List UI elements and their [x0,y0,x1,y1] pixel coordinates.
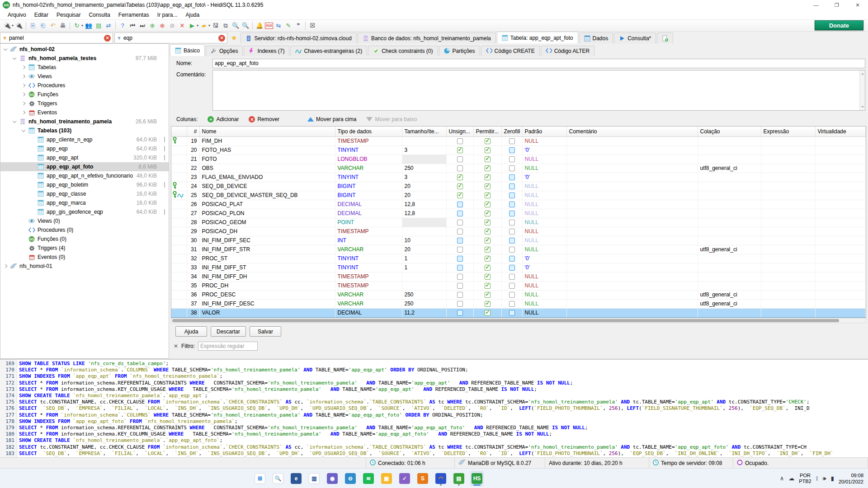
chevron-right-icon[interactable] [22,102,25,105]
column-length[interactable] [402,155,446,164]
post-record-icon[interactable]: ⊘ [168,21,177,30]
column-datatype[interactable]: BIGINT [335,182,402,191]
column-comment[interactable] [566,173,698,182]
column-default[interactable]: NULL [522,164,566,173]
column-expression[interactable] [761,299,815,308]
dropdown-arrow-icon[interactable]: ▾ [208,23,210,28]
wifi-icon[interactable]: ⟟ [816,475,818,482]
allow-null-checkbox[interactable] [485,274,491,280]
column-virtuality[interactable] [815,245,866,254]
unsigned-checkbox[interactable] [457,229,463,235]
chevron-right-icon[interactable] [22,66,25,69]
column-virtuality[interactable] [815,299,866,308]
column-collation[interactable] [698,254,761,263]
column-comment[interactable] [566,182,698,191]
column-row-flag_email_enviado[interactable]: 23FLAG_EMAIL_ENVIADOTINYINT3'0' [171,173,866,182]
column-collation[interactable] [698,155,761,164]
column-name[interactable]: INI_FIM_DIFF_STR [199,245,335,254]
column-default[interactable]: NULL [522,227,566,236]
subtab-check-constraints-0-[interactable]: Check constraints (0) [368,46,438,56]
zerofill-checkbox[interactable] [509,265,515,271]
search-icon[interactable]: 🔍 [271,471,285,486]
add-column-button[interactable]: + Adicionar [208,116,239,122]
allow-null-checkbox[interactable] [485,147,491,153]
zerofill-checkbox[interactable] [509,238,515,244]
column-name[interactable]: VALOR [199,308,335,317]
tree-item-eventos-0-[interactable]: Eventos (0) [0,253,169,262]
subtab-b-sico[interactable]: Básico [170,44,205,56]
close-filter-icon[interactable]: ✕ [174,343,178,349]
chevron-right-icon[interactable] [22,84,25,87]
column-expression[interactable] [761,254,815,263]
tree-item-app_eqp_boletim[interactable]: app_eqp_boletim96,0 KiB [0,180,169,189]
taskbar-clock[interactable]: 09:0820/01/2022 [839,472,863,485]
users-icon[interactable]: 👥 [84,21,93,30]
allow-null-checkbox[interactable] [485,183,491,189]
column-name[interactable]: FOTO_HAS [199,145,335,155]
spotify-icon[interactable]: ≋ [362,471,375,486]
alarm-icon[interactable]: 🔔 [255,21,264,30]
zerofill-checkbox[interactable] [509,165,515,171]
column-collation[interactable] [698,308,761,317]
discard-button[interactable]: Descartar [211,326,246,337]
column-comment[interactable] [566,281,698,290]
unsigned-checkbox[interactable] [457,220,463,225]
column-collation[interactable] [698,218,761,227]
column-row-ini_fim_diff_desc[interactable]: 37INI_FIM_DIFF_DESCVARCHAR250NULLutf8_ge… [171,299,866,308]
transfer-icon[interactable]: ⇄ [104,21,113,30]
installer-icon[interactable]: ✓ [398,471,411,486]
subtab-parti-es[interactable]: Partições [439,46,480,56]
column-default[interactable]: '0' [522,254,566,263]
column-virtuality[interactable] [815,236,866,245]
column-name[interactable]: PROC_DH [199,281,335,290]
start-button[interactable]: ⊞ [253,471,267,486]
tree-item-views[interactable]: Views [0,72,169,81]
unsigned-checkbox[interactable] [457,174,463,180]
zerofill-checkbox[interactable] [509,247,515,253]
column-datatype[interactable]: TINYINT [335,254,402,263]
chevron-down-icon[interactable] [13,56,16,59]
subtab-c-digo-alter[interactable]: Código ALTER [541,46,595,56]
column-virtuality[interactable] [815,136,866,145]
zerofill-checkbox[interactable] [509,274,515,280]
column-row-seq_db_device[interactable]: 24SEQ_DB_DEVICEBIGINT20NULL [171,182,866,191]
column-collation[interactable]: utf8_general_ci [698,164,761,173]
subtab-op-es[interactable]: Opções [206,46,243,56]
unsigned-checkbox[interactable] [457,256,463,262]
column-row-posicao_geom[interactable]: 28POSICAO_GEOMPOINTNULL [171,218,866,227]
column-name[interactable]: SEQ_DB_DEVICE [199,182,335,191]
column-datatype[interactable]: TIMESTAMP [335,136,402,145]
last-record-icon[interactable]: ⏭ [138,21,147,30]
column-comment[interactable] [566,200,698,209]
column-datatype[interactable]: POINT [335,218,402,227]
explorer-icon[interactable]: ▣ [380,471,393,486]
unsigned-checkbox[interactable] [457,183,463,189]
column-name[interactable]: OBS [199,164,335,173]
column-header-permitir-[interactable]: Permitir... [473,127,501,136]
tree-item-nfs_homol_treinamento_pamela[interactable]: nfs_homol_treinamento_pamela26,6 MiB [0,117,169,126]
tree-item-tabelas-103-[interactable]: Tabelas (103) [0,126,169,135]
table-filter[interactable]: ▼ eqp ✕ [114,33,227,43]
heidisql-icon[interactable]: HS [470,471,484,486]
tree-item-app_gis_geofence_eqp[interactable]: app_gis_geofence_eqp64,0 KiB [0,207,169,216]
column-virtuality[interactable] [815,182,866,191]
undo-icon[interactable]: ↶ [48,21,57,30]
allow-null-checkbox[interactable] [485,174,491,180]
move-down-button[interactable]: Mover para baixo [366,116,417,122]
column-row-ini_fim_diff_dh[interactable]: 34INI_FIM_DIFF_DHTIMESTAMPNULL [171,272,866,281]
dropdown-arrow-icon[interactable]: ▾ [12,23,14,28]
column-expression[interactable] [761,236,815,245]
menu-pesquisar[interactable]: Pesquisar [52,10,85,19]
tree-item-tabelas[interactable]: Tabelas [0,63,169,72]
folder-icon[interactable]: ▰ [199,21,208,30]
column-length[interactable]: 250 [402,299,446,308]
column-length[interactable]: 1 [402,254,446,263]
column-comment[interactable] [566,145,698,155]
column-collation[interactable] [698,136,761,145]
column-default[interactable]: NULL [522,200,566,209]
column-comment[interactable] [566,299,698,308]
tree-item-app_eqp_apt_n_efetivo_funcionario[interactable]: app_eqp_apt_n_efetivo_funcionario48,0 Ki… [0,171,169,180]
tree-item-fun-es-0-[interactable]: GOFunções (0) [0,235,169,244]
clear-filter-icon[interactable]: ✕ [104,35,111,42]
zerofill-checkbox[interactable] [509,138,515,144]
